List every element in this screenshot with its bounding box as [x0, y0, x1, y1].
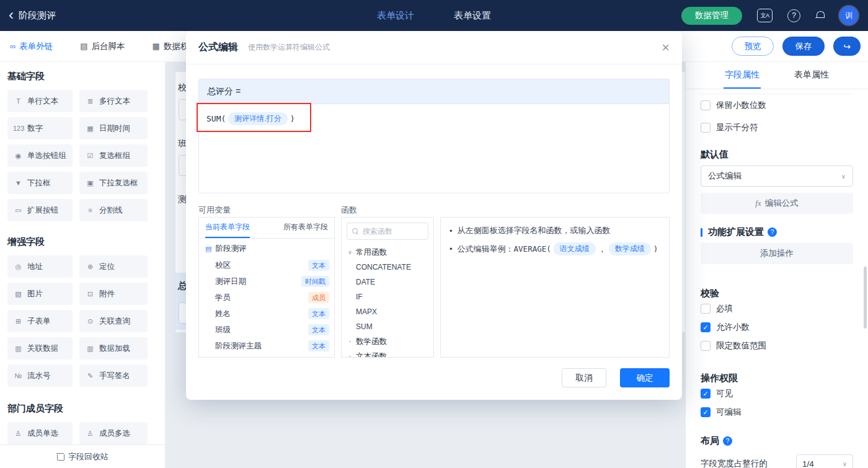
- variable-item[interactable]: 姓名 文本: [199, 306, 334, 322]
- sidebar-field-button[interactable]: ✎ 手写签名: [79, 364, 148, 387]
- page-title: 阶段测评: [19, 10, 56, 22]
- toolbar-link[interactable]: ∞ 表单外链: [10, 41, 53, 52]
- function-search: [347, 223, 428, 240]
- variable-item[interactable]: 阶段测评主题 文本: [199, 338, 334, 354]
- sidebar-field-button[interactable]: ≡ 分割线: [79, 199, 148, 221]
- scrollbar-thumb[interactable]: [864, 267, 867, 329]
- field-label: 流水号: [27, 371, 51, 381]
- variable-item[interactable]: 测评日期 时间戳: [199, 273, 334, 289]
- confirm-button[interactable]: 确定: [620, 368, 670, 387]
- tab-field-properties[interactable]: 字段属性: [724, 62, 761, 89]
- field-recycle-bin[interactable]: 字段回收站: [0, 444, 165, 468]
- checkbox[interactable]: [701, 389, 711, 399]
- sidebar-field-button[interactable]: ⊕ 定位: [79, 255, 148, 278]
- sidebar-field-button[interactable]: ◎ 地址: [7, 255, 73, 278]
- checkbox[interactable]: [701, 123, 711, 133]
- function-item[interactable]: IF: [342, 289, 433, 304]
- checkbox[interactable]: [701, 407, 711, 417]
- formula-help-panel: • 从左侧面板选择字段名和函数，或输入函数 • 公式编辑举例： AVERAGE(…: [440, 217, 670, 358]
- field-label: 日期时间: [99, 123, 130, 134]
- formula-input-area[interactable]: SUM( 测评详情.打分 ): [198, 104, 670, 193]
- sidebar-field-button[interactable]: ♙ 成员单选: [7, 422, 73, 444]
- sidebar-field-button[interactable]: ♙ 成员多选: [79, 422, 148, 444]
- variable-item[interactable]: 校区 文本: [199, 257, 334, 273]
- sidebar-field-button[interactable]: ▭ 扩展按钮: [7, 199, 73, 221]
- trash-icon: [56, 453, 64, 461]
- variable-item[interactable]: 班级 文本: [199, 322, 334, 338]
- tab-form-properties[interactable]: 表单属性: [793, 62, 830, 89]
- function-group-common[interactable]: ∨ 常用函数: [342, 245, 433, 260]
- close-icon[interactable]: ×: [662, 41, 670, 55]
- preview-button[interactable]: 预览: [732, 37, 774, 56]
- function-item[interactable]: CONCATENATE: [342, 260, 433, 275]
- help-circle-icon[interactable]: ?: [723, 436, 732, 446]
- help-icon[interactable]: ?: [787, 9, 800, 22]
- sidebar-field-button[interactable]: 123 数字: [7, 117, 73, 139]
- tab-all-form-fields[interactable]: 所有表单字段: [283, 218, 328, 238]
- function-item[interactable]: MAPX: [342, 304, 433, 319]
- checkbox-row[interactable]: 保留小数位数: [701, 94, 853, 117]
- function-group[interactable]: › 数学函数: [342, 334, 433, 349]
- checkbox-row[interactable]: 可编辑: [701, 403, 853, 422]
- function-group[interactable]: › 文本函数: [342, 349, 433, 358]
- language-icon[interactable]: 文A: [757, 9, 773, 22]
- sidebar-field-button[interactable]: № 流水号: [7, 364, 73, 387]
- formula-field-pill[interactable]: 测评详情.打分: [228, 112, 287, 125]
- share-button[interactable]: ↪: [833, 37, 861, 56]
- toolbar-link[interactable]: ▦ 数据权: [153, 41, 189, 52]
- function-search-input[interactable]: [363, 227, 423, 236]
- checkbox-row[interactable]: 显示千分符: [701, 117, 853, 139]
- default-value-select[interactable]: 公式编辑 ∨: [701, 166, 853, 187]
- default-value-title: 默认值: [701, 149, 853, 161]
- checkbox[interactable]: [701, 100, 711, 110]
- add-action-button[interactable]: 添加操作: [701, 243, 853, 264]
- sidebar-field-button[interactable]: ▼ 下拉框: [7, 172, 73, 194]
- sidebar-field-button[interactable]: ▥ 数据加载: [79, 337, 148, 360]
- function-item[interactable]: SUM: [342, 319, 433, 334]
- sidebar-field-button[interactable]: ⊙ 关联查询: [79, 310, 148, 332]
- field-icon: ⊕: [85, 263, 95, 271]
- variables-tree-root[interactable]: ▤ 阶段测评: [199, 240, 334, 257]
- sidebar-field-button[interactable]: ⊞ 子表单: [7, 310, 73, 332]
- help-circle-icon[interactable]: ?: [768, 227, 777, 237]
- edit-formula-button[interactable]: fx 编辑公式: [701, 193, 853, 214]
- sidebar-field-button[interactable]: ⊡ 附件: [79, 283, 148, 305]
- field-label: 手写签名: [99, 371, 130, 381]
- save-button[interactable]: 保存: [782, 37, 825, 56]
- avatar[interactable]: 训: [839, 6, 858, 25]
- back-icon[interactable]: ‹: [9, 7, 14, 22]
- function-item[interactable]: DATE: [342, 275, 433, 289]
- tab-form-settings[interactable]: 表单设置: [454, 10, 491, 22]
- toolbar-link[interactable]: ▤ 后台脚本: [80, 41, 125, 52]
- field-label: 单行文本: [27, 96, 58, 107]
- field-width-select[interactable]: 1/4 ∨: [796, 454, 853, 468]
- checkbox[interactable]: [701, 322, 711, 332]
- sidebar-field-button[interactable]: ≣ 多行文本: [79, 90, 148, 112]
- variable-name: 姓名: [215, 309, 308, 319]
- sidebar-field-button[interactable]: T 单行文本: [7, 90, 73, 112]
- modal-title: 公式编辑: [198, 41, 238, 54]
- variable-item[interactable]: 学员 成员: [199, 289, 334, 306]
- checkbox-row[interactable]: 允许小数: [701, 318, 853, 337]
- canvas-field-label: 班: [178, 138, 187, 149]
- data-manage-button[interactable]: 数据管理: [681, 7, 742, 25]
- checkbox-row[interactable]: 可见: [701, 384, 853, 403]
- function-group-label: 常用函数: [356, 247, 387, 258]
- tab-form-design[interactable]: 表单设计: [377, 10, 414, 22]
- tab-current-form-fields[interactable]: 当前表单字段: [205, 218, 250, 238]
- sidebar-field-button[interactable]: ▣ 下拉复选框: [79, 172, 148, 194]
- checkbox[interactable]: [701, 304, 711, 314]
- sidebar-field-button[interactable]: ▧ 图片: [7, 283, 73, 305]
- checkbox-row[interactable]: 限定数值范围: [701, 337, 853, 355]
- cancel-button[interactable]: 取消: [562, 368, 606, 387]
- sidebar-field-button[interactable]: ▥ 关联数据: [7, 337, 73, 360]
- checkbox[interactable]: [701, 341, 711, 351]
- sidebar-field-button[interactable]: ☑ 复选框组: [79, 144, 148, 167]
- sidebar-field-button[interactable]: ▦ 日期时间: [79, 117, 148, 139]
- example-field-pill: 数学成绩: [609, 242, 651, 255]
- variable-name: 测评日期: [215, 276, 301, 287]
- notification-bell-icon[interactable]: [815, 11, 825, 20]
- checkbox-row[interactable]: 必填: [701, 299, 853, 318]
- sidebar-field-button[interactable]: ◉ 单选按钮组: [7, 144, 73, 167]
- field-label: 扩展按钮: [27, 205, 58, 216]
